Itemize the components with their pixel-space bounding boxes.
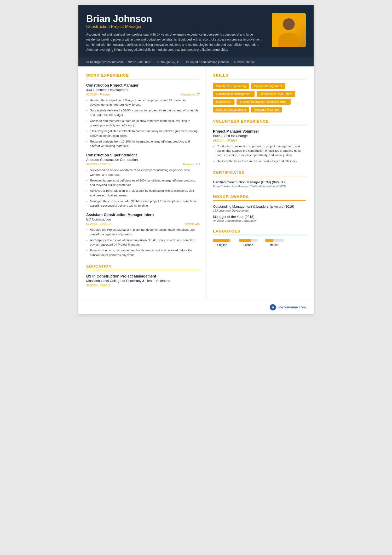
- lang-italian-bar-container: [265, 239, 284, 242]
- bullet-item: Ensured contracts, insurance, and bonds …: [86, 248, 200, 257]
- job-1-bullets: Headed the completion of 6 large commerc…: [86, 98, 200, 149]
- lang-english-name: English: [217, 243, 227, 247]
- bullet-item: Managed the construction of a $10M cinem…: [86, 199, 200, 208]
- education-section: EDUCATION BS in Construction Project Man…: [86, 264, 200, 287]
- skype-value: brian.johnson: [237, 60, 255, 64]
- contact-bar: ✉ brian@novoresume.com ☎ 012 345 8901 ⊙ …: [78, 58, 314, 66]
- skills-grid: Structural Engineering Project Managemen…: [213, 83, 306, 112]
- job-1-title: Construction Project Manager: [86, 83, 200, 87]
- job-2-company: Andrade Construction Corporation: [86, 158, 200, 162]
- job-2: Construction Superintendent Andrade Cons…: [86, 153, 200, 208]
- phone-icon: ☎: [128, 60, 132, 64]
- lang-italian-bar: [265, 239, 274, 242]
- volunteer-dates: 01/2014 – 05/2014: [213, 139, 306, 142]
- linkedin-icon: in: [186, 60, 189, 64]
- lang-french-name: French: [243, 243, 253, 247]
- bullet-item: Conducted construction supervision, proj…: [213, 144, 306, 158]
- job-3-company: BC Construction: [86, 217, 200, 221]
- skype-contact: S brian.johnson: [234, 60, 255, 64]
- volunteer-job-0: Project Manager Volunteer Build2Build fo…: [213, 129, 306, 163]
- job-2-dates: 07/2013 – 07/2016: [86, 163, 110, 166]
- bullet-item: Reduced budgets from 10-20% by integrati…: [86, 139, 200, 149]
- job-1-dates: 08/2016 – Present: [86, 93, 110, 96]
- cert-name: Certified Construction Manager (CCM) (04…: [213, 180, 306, 184]
- languages-row: English French Italian: [213, 239, 306, 247]
- left-column: WORK EXPERIENCE Construction Project Man…: [78, 66, 206, 300]
- lang-french-bar-container: [239, 239, 257, 242]
- candidate-photo: [272, 13, 306, 47]
- footer: n novoresume.com: [78, 300, 314, 314]
- resume-container: Brian Johnson Construction Project Manag…: [78, 5, 314, 314]
- lang-italian: Italian: [265, 239, 284, 247]
- phone-value: 012 345 8901: [133, 60, 152, 64]
- candidate-summary: Accomplished and results-driven professi…: [86, 32, 267, 52]
- award-1-name: Manager of the Year (2015): [213, 215, 306, 219]
- skill-tag-2: Construction Management: [213, 91, 255, 97]
- job-1: Construction Project Manager J&J Lucches…: [86, 83, 200, 149]
- job-3: Assistant Construction Manager Intern BC…: [86, 213, 200, 257]
- job-1-company: J&J Lucchese Development: [86, 88, 200, 92]
- job-3-meta: 01/2013 – 06/2013 Boston, MA: [86, 222, 200, 225]
- award-0-name: Outstanding Management & Leadership Awar…: [213, 205, 306, 208]
- job-3-title: Assistant Construction Manager Intern: [86, 213, 200, 217]
- lang-english-bar: [213, 239, 229, 242]
- skill-tag-1: Project Management: [251, 83, 285, 89]
- job-2-bullets: Supervised an on-site workforce of 51 em…: [86, 168, 200, 208]
- awards-title: HONOR AWARDS: [213, 194, 306, 201]
- header-left: Brian Johnson Construction Project Manag…: [86, 13, 272, 52]
- email-icon: ✉: [86, 60, 89, 64]
- novoresume-logo-text: novoresume.com: [278, 305, 306, 309]
- skill-tag-5: Building Information Modeling (BIM): [237, 99, 291, 105]
- languages-section: LANGUAGES English French: [213, 229, 306, 247]
- bullet-item: Achieved a 15% reduction in project cost…: [86, 189, 200, 198]
- award-1: Manager of the Year (2015) Andrade Const…: [213, 215, 306, 222]
- lang-french: French: [239, 239, 257, 247]
- cert-issuer: From Construction Manager Certification …: [213, 185, 306, 188]
- volunteer-org: Build2Build for Change: [213, 134, 306, 138]
- bullet-item: Effectively negotiated contracts to crea…: [86, 129, 200, 138]
- edu-degree: BS in Construction Project Management: [86, 274, 200, 278]
- job-2-title: Construction Superintendent: [86, 153, 200, 157]
- bullet-item: Assisted the Project Manager in planning…: [86, 228, 200, 237]
- award-0-org: J&J Lucchese Development: [213, 209, 306, 212]
- job-3-bullets: Assisted the Project Manager in planning…: [86, 228, 200, 257]
- languages-title: LANGUAGES: [213, 229, 306, 235]
- volunteer-bullets: Conducted construction supervision, proj…: [213, 144, 306, 163]
- work-experience-section: WORK EXPERIENCE Construction Project Man…: [86, 73, 200, 257]
- skype-icon: S: [234, 60, 236, 64]
- location-contact: ⊙ Naugatuck, CT: [157, 60, 181, 64]
- work-experience-title: WORK EXPERIENCE: [86, 73, 200, 79]
- skills-section: SKILLS Structural Engineering Project Ma…: [213, 73, 306, 112]
- bullet-item: Coached and mentored a team of 50 crew m…: [86, 119, 200, 128]
- bullet-item: Successfully delivered a $7.5M construct…: [86, 108, 200, 117]
- bullet-item: Accomplished sub evaluations/comparison …: [86, 238, 200, 247]
- skill-tag-3: Commercial Real Estate: [257, 91, 295, 97]
- phone-contact: ☎ 012 345 8901: [128, 60, 152, 64]
- email-value: brian@novoresume.com: [90, 60, 123, 64]
- linkedin-contact: in linkedin.com/in/brian.johnson: [186, 60, 229, 64]
- job-1-location: Naugatuck, CT: [181, 93, 200, 96]
- awards-section: HONOR AWARDS Outstanding Management & Le…: [213, 194, 306, 222]
- award-0: Outstanding Management & Leadership Awar…: [213, 205, 306, 212]
- skills-title: SKILLS: [213, 73, 306, 79]
- edu-school: Massachusetts College of Pharmacy & Heal…: [86, 279, 200, 283]
- volunteer-job-title: Project Manager Volunteer: [213, 129, 306, 133]
- email-contact: ✉ brian@novoresume.com: [86, 60, 123, 64]
- education-item-0: BS in Construction Project Management Ma…: [86, 274, 200, 287]
- education-title: EDUCATION: [86, 264, 200, 270]
- job-2-meta: 07/2013 – 07/2016 Paterson, NJ: [86, 163, 200, 166]
- lang-english-bar-container: [213, 239, 231, 242]
- location-value: Naugatuck, CT: [161, 60, 181, 64]
- skill-tag-7: Strategic Planning: [251, 107, 282, 112]
- certificate-0: Certified Construction Manager (CCM) (04…: [213, 180, 306, 188]
- job-1-meta: 08/2016 – Present Naugatuck, CT: [86, 93, 200, 96]
- edu-dates: 08/2009 – 06/2013: [86, 284, 200, 287]
- candidate-title: Construction Project Manager: [86, 24, 267, 29]
- novoresume-logo-icon: n: [270, 304, 276, 310]
- header-section: Brian Johnson Construction Project Manag…: [78, 5, 314, 58]
- lang-french-bar: [239, 239, 251, 242]
- main-content: WORK EXPERIENCE Construction Project Man…: [78, 66, 314, 300]
- photo-placeholder: [272, 13, 306, 47]
- linkedin-value: linkedin.com/in/brian.johnson: [190, 60, 229, 64]
- job-3-dates: 01/2013 – 06/2013: [86, 222, 110, 225]
